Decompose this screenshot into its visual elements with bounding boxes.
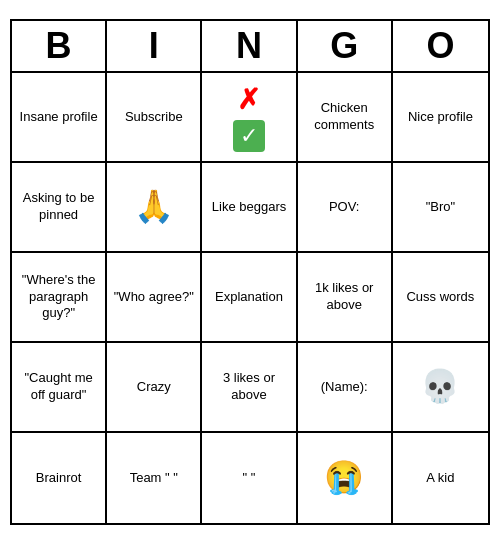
cell-text-12: Explanation bbox=[215, 289, 283, 306]
cell-text-1: Subscribe bbox=[125, 109, 183, 126]
bingo-cell-18: (Name): bbox=[298, 343, 393, 433]
bingo-cell-9: "Bro" bbox=[393, 163, 488, 253]
bingo-header: BINGO bbox=[12, 21, 488, 73]
cell-text-8: POV: bbox=[329, 199, 360, 216]
bingo-grid: Insane profileSubscribe✗✓Chicken comment… bbox=[12, 73, 488, 523]
bingo-letter-g: G bbox=[298, 21, 393, 71]
cell-text-5: Asking to be pinned bbox=[16, 190, 101, 224]
bingo-cell-5: Asking to be pinned bbox=[12, 163, 107, 253]
cell-text-11: "Who agree?" bbox=[114, 289, 194, 306]
bingo-cell-4: Nice profile bbox=[393, 73, 488, 163]
bingo-cell-22: " " bbox=[202, 433, 297, 523]
bingo-cell-10: "Where's the paragraph guy?" bbox=[12, 253, 107, 343]
cell-text-3: Chicken comments bbox=[302, 100, 387, 134]
bingo-cell-13: 1k likes or above bbox=[298, 253, 393, 343]
cell-text-17: 3 likes or above bbox=[206, 370, 291, 404]
cell-text-22: " " bbox=[243, 470, 256, 487]
bingo-cell-20: Brainrot bbox=[12, 433, 107, 523]
cell-text-20: Brainrot bbox=[36, 470, 82, 487]
bingo-cell-14: Cuss words bbox=[393, 253, 488, 343]
bingo-letter-i: I bbox=[107, 21, 202, 71]
red-x-icon: ✗ bbox=[237, 82, 260, 118]
bingo-cell-17: 3 likes or above bbox=[202, 343, 297, 433]
green-check-icon: ✓ bbox=[233, 120, 265, 152]
bingo-cell-1: Subscribe bbox=[107, 73, 202, 163]
cross-check-wrapper: ✗✓ bbox=[233, 82, 265, 152]
cell-text-9: "Bro" bbox=[426, 199, 455, 216]
bingo-cell-0: Insane profile bbox=[12, 73, 107, 163]
cell-text-10: "Where's the paragraph guy?" bbox=[16, 272, 101, 323]
bingo-letter-b: B bbox=[12, 21, 107, 71]
cell-emoji-6: 🙏 bbox=[134, 186, 174, 228]
bingo-cell-15: "Caught me off guard" bbox=[12, 343, 107, 433]
cell-text-4: Nice profile bbox=[408, 109, 473, 126]
bingo-cell-2: ✗✓ bbox=[202, 73, 297, 163]
cell-text-16: Crazy bbox=[137, 379, 171, 396]
bingo-cell-21: Team " " bbox=[107, 433, 202, 523]
bingo-cell-7: Like beggars bbox=[202, 163, 297, 253]
bingo-cell-12: Explanation bbox=[202, 253, 297, 343]
cell-text-15: "Caught me off guard" bbox=[16, 370, 101, 404]
cell-text-21: Team " " bbox=[130, 470, 178, 487]
bingo-cell-16: Crazy bbox=[107, 343, 202, 433]
bingo-cell-8: POV: bbox=[298, 163, 393, 253]
bingo-cell-24: A kid bbox=[393, 433, 488, 523]
cell-text-13: 1k likes or above bbox=[302, 280, 387, 314]
cell-emoji-23: 😭 bbox=[324, 457, 364, 499]
cell-text-0: Insane profile bbox=[20, 109, 98, 126]
cell-text-7: Like beggars bbox=[212, 199, 286, 216]
bingo-cell-19: 💀 bbox=[393, 343, 488, 433]
bingo-cell-6: 🙏 bbox=[107, 163, 202, 253]
bingo-cell-11: "Who agree?" bbox=[107, 253, 202, 343]
cell-text-18: (Name): bbox=[321, 379, 368, 396]
bingo-card: BINGO Insane profileSubscribe✗✓Chicken c… bbox=[10, 19, 490, 525]
bingo-letter-n: N bbox=[202, 21, 297, 71]
bingo-letter-o: O bbox=[393, 21, 488, 71]
cell-emoji-19: 💀 bbox=[420, 366, 460, 408]
bingo-cell-23: 😭 bbox=[298, 433, 393, 523]
cell-text-14: Cuss words bbox=[406, 289, 474, 306]
cell-text-24: A kid bbox=[426, 470, 454, 487]
bingo-cell-3: Chicken comments bbox=[298, 73, 393, 163]
